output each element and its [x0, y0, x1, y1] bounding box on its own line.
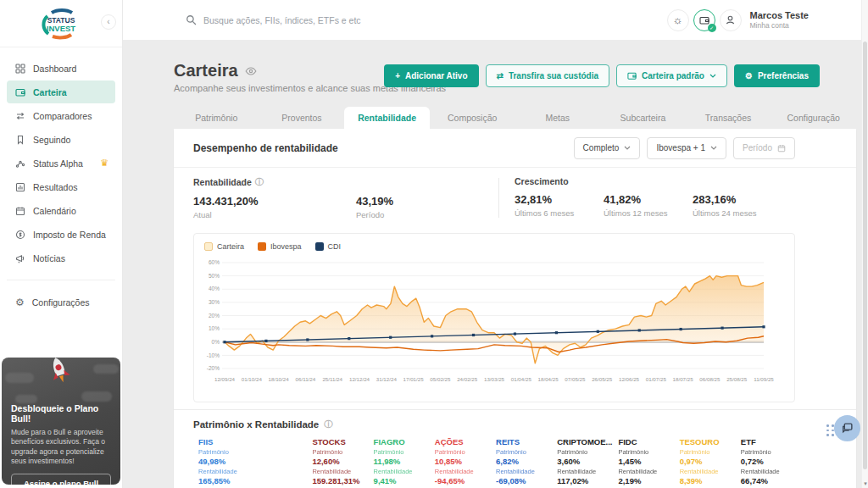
tab-proventos[interactable]: Proventos: [259, 107, 345, 129]
sidebar-item-label: Status Alpha: [33, 158, 83, 169]
gear-icon: ⚙: [745, 71, 753, 80]
gear-icon: ⚙: [15, 297, 25, 308]
breakdown-category-name: FIAGRO: [374, 437, 426, 446]
eye-icon[interactable]: [245, 65, 257, 77]
default-wallet-dropdown[interactable]: Carteira padrão: [616, 64, 727, 87]
sidebar-item-dashboard[interactable]: Dashboard: [7, 57, 115, 80]
legend-swatch: [258, 242, 266, 251]
legend-item[interactable]: Carteira: [204, 242, 244, 251]
rentabilidade-value: 8,39%: [680, 476, 732, 485]
user-name: Marcos Teste: [750, 10, 810, 20]
rentabilidade-value: -69,08%: [496, 476, 548, 485]
preferences-button[interactable]: ⚙ Preferências: [734, 64, 820, 87]
calendar-icon: [15, 206, 25, 216]
breakdown-item-fiagro[interactable]: FIAGROPatrimônio11,98%Rentabilidade9,41%: [369, 437, 430, 488]
page-title: Carteira: [174, 61, 238, 80]
sidebar-item-label: Carteira: [33, 87, 67, 97]
stats-divider: [498, 178, 499, 218]
promo-title: Desbloqueie o Plano Bull!: [11, 403, 111, 424]
legend-swatch: [204, 242, 213, 251]
sidebar: STATUS INVEST ‹ Dashboard Carteira Compa…: [0, 0, 123, 488]
search-input[interactable]: [203, 15, 441, 25]
scrollbar-thumb[interactable]: [863, 42, 867, 469]
period-filter-button[interactable]: Período: [733, 137, 795, 159]
breakdown-item-criptomoe[interactable]: CRIPTOMOE...Patrimônio3,60%Rentabilidade…: [552, 437, 613, 488]
breakdown-item-etf[interactable]: ETFPatrimônio0,72%Rentabilidade66,74%: [736, 437, 797, 488]
info-icon[interactable]: ⓘ: [324, 419, 332, 430]
breakdown-item-stocks[interactable]: STOCKSPatrimônio12,60%Rentabilidade159.2…: [307, 437, 368, 488]
breakdown-item-aes[interactable]: AÇÕESPatrimônio10,85%Rentabilidade-94,65…: [430, 437, 491, 488]
sidebar-item-noticias[interactable]: Notícias: [7, 247, 115, 269]
theme-toggle-button[interactable]: ☼: [667, 9, 689, 31]
svg-text:-10%: -10%: [207, 352, 220, 358]
account-avatar-button[interactable]: [720, 9, 742, 31]
scrollbar-down-arrow[interactable]: ▾: [862, 480, 868, 487]
wallet-status-button[interactable]: ✓: [693, 9, 715, 31]
tab-metas[interactable]: Metas: [515, 107, 601, 129]
sidebar-item-label: Dashboard: [33, 64, 76, 74]
patrimonio-label: Patrimônio: [680, 448, 732, 456]
rentabilidade-value: 159.281,31%: [312, 476, 364, 485]
search-icon: [186, 14, 197, 25]
tab-transacoes[interactable]: Transações: [686, 107, 771, 129]
sidebar-item-carteira[interactable]: Carteira: [7, 80, 115, 103]
patrimonio-label: Patrimônio: [312, 448, 364, 456]
sidebar-item-comparadores[interactable]: Comparadores: [7, 104, 115, 127]
sidebar-item-resultados[interactable]: Resultados: [7, 175, 115, 198]
rentabilidade-label: Rentabilidade: [496, 468, 548, 475]
sidebar-item-configuracoes[interactable]: ⚙ Configurações: [7, 291, 115, 313]
news-megaphone-icon: [15, 253, 25, 263]
sidebar-item-label: Seguindo: [33, 135, 70, 145]
logo: STATUS INVEST ‹: [0, 0, 122, 47]
sidebar-item-status-alpha[interactable]: Status Alpha ♛: [7, 152, 115, 175]
svg-text:18/04/25: 18/04/25: [538, 376, 559, 382]
sidebar-item-imposto-de-renda[interactable]: Imposto de Renda: [7, 223, 115, 246]
performance-chart-container: CarteiraIbovespaCDI 60%50%40%30%20%10%0%…: [193, 233, 795, 402]
breakdown-category-name: ETF: [741, 437, 793, 446]
rentabilidade-value: 117,02%: [557, 476, 609, 485]
svg-text:25/08/25: 25/08/25: [726, 376, 748, 382]
rentabilidade-value: 2,19%: [618, 476, 670, 485]
chevron-down-icon: [710, 146, 717, 150]
page-scrollbar[interactable]: ▾: [861, 0, 868, 488]
range-filter-dropdown[interactable]: Completo: [574, 137, 641, 159]
add-asset-button[interactable]: + Adicionar Ativo: [384, 64, 478, 87]
benchmark-filter-dropdown[interactable]: Ibovespa + 1: [647, 137, 726, 159]
breakdown-item-tesouro[interactable]: TESOUROPatrimônio0,97%Rentabilidade8,39%: [675, 437, 736, 488]
rentabilidade-value: 9,41%: [374, 476, 426, 485]
legend-item[interactable]: CDI: [315, 242, 342, 251]
breakdown-category-name: AÇÕES: [435, 437, 487, 446]
transfer-custody-button[interactable]: ⇄ Transfira sua custódia: [486, 64, 610, 87]
info-icon[interactable]: ⓘ: [255, 176, 264, 188]
subscribe-bull-button[interactable]: Assine o plano Bull: [11, 474, 111, 485]
chat-button[interactable]: [834, 415, 860, 441]
plus-icon: +: [395, 71, 400, 80]
breakdown-item-fidc[interactable]: FIDCPatrimônio1,45%Rentabilidade2,19%: [613, 437, 674, 488]
chart-legend: CarteiraIbovespaCDI: [204, 242, 784, 251]
tab-patrimonio[interactable]: Patrimônio: [174, 107, 259, 129]
sidebar-collapse-button[interactable]: ‹: [101, 14, 116, 30]
widget-drag-handle[interactable]: [826, 424, 834, 436]
sidebar-item-calendario[interactable]: Calendário: [7, 199, 115, 222]
breakdown-item-fiis[interactable]: FIISPatrimônio49,98%Rentabilidade165,85%: [193, 437, 307, 488]
breakdown-category-name: STOCKS: [312, 437, 364, 446]
rocket-icon: [36, 358, 85, 402]
user-info[interactable]: Marcos Teste Minha conta: [750, 10, 810, 30]
tab-rentabilidade[interactable]: Rentabilidade: [344, 107, 430, 129]
performance-chart[interactable]: 60%50%40%30%20%10%0%-10%-20%12/09/2401/1…: [204, 254, 784, 400]
svg-text:18/10/24: 18/10/24: [269, 376, 290, 382]
svg-text:10%: 10%: [209, 325, 220, 331]
svg-text:06/11/24: 06/11/24: [296, 376, 316, 382]
sidebar-item-label: Resultados: [33, 182, 78, 192]
sidebar-item-label: Imposto de Renda: [33, 230, 106, 240]
breakdown-item-reits[interactable]: REITSPatrimônio6,82%Rentabilidade-69,08%: [491, 437, 552, 488]
patrimonio-label: Patrimônio: [496, 448, 548, 456]
crown-icon: ♛: [100, 158, 108, 169]
tab-subcarteira[interactable]: Subcarteira: [600, 107, 686, 129]
patrimonio-value: 12,60%: [312, 457, 364, 466]
legend-item[interactable]: Ibovespa: [258, 242, 302, 251]
tab-configuracao[interactable]: Configuração: [771, 107, 856, 129]
sidebar-item-seguindo[interactable]: Seguindo: [7, 128, 115, 151]
rentabilidade-label: Rentabilidade: [680, 468, 732, 475]
tab-composicao[interactable]: Composição: [430, 107, 515, 129]
